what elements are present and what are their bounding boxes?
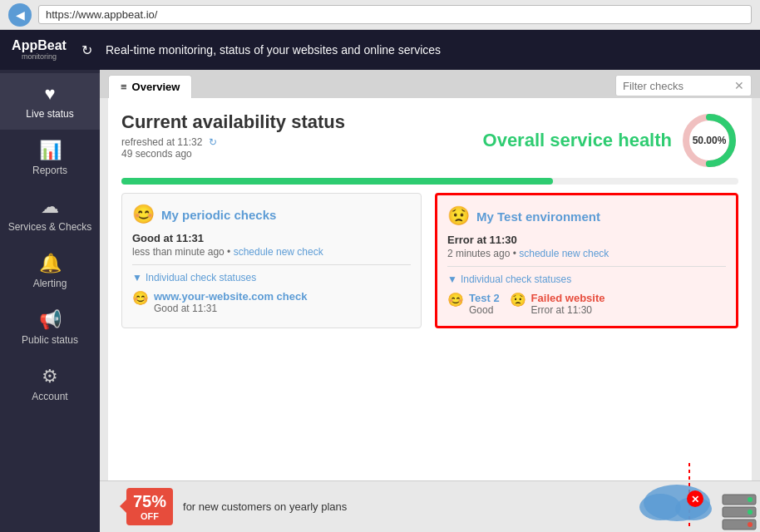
check-status-periodic: Good at 11:31: [132, 232, 411, 244]
cloud-svg: ✕: [635, 474, 718, 532]
check-item-details: Test 2 Good: [469, 292, 500, 316]
schedule-link-test[interactable]: schedule new check: [519, 248, 609, 259]
check-item-name[interactable]: www.your-website.com check: [154, 290, 307, 303]
tab-overview[interactable]: ≡ Overview: [108, 75, 192, 98]
bell-icon: 🔔: [39, 253, 62, 274]
check-item: 😟 Failed website Error at 11:30: [510, 292, 605, 316]
cloud-illustration: ✕: [635, 474, 760, 532]
individual-toggle-periodic[interactable]: ▼ Individual check statuses: [132, 272, 411, 283]
svg-point-4: [639, 494, 681, 520]
individual-label-periodic: Individual check statuses: [146, 272, 256, 283]
back-button[interactable]: ◀: [8, 3, 32, 27]
filter-box[interactable]: ✕: [615, 75, 752, 96]
availability-info: Current availability status refreshed at…: [121, 111, 345, 160]
checks-grid: 😊 My periodic checks Good at 11:31 less …: [121, 193, 738, 328]
cloud-icon: ☁: [41, 196, 59, 218]
refreshed-label: refreshed at 11:32: [121, 136, 202, 148]
promo-tag-container: 75% OFF: [126, 488, 173, 525]
promo-off: OFF: [141, 511, 159, 522]
donut-text: 50.00%: [693, 135, 727, 146]
health-area: Overall service health 50.00%: [483, 111, 738, 170]
main-panel: Current availability status refreshed at…: [108, 98, 752, 480]
time-ago: 49 seconds ago: [121, 148, 192, 160]
smiley-good-icon: 😊: [132, 204, 155, 225]
check-time-periodic: less than minute ago • schedule new chec…: [132, 246, 411, 258]
individual-checks-periodic: 😊 www.your-website.com check Good at 11:…: [132, 290, 411, 314]
check-item-status: Good: [469, 304, 500, 316]
main-content: ≡ Overview ✕ Current availability status: [100, 70, 760, 532]
logo-sub: monitoring: [22, 53, 57, 62]
divider: [132, 264, 411, 265]
individual-checks-test: 😊 Test 2 Good 😟 Failed website: [447, 292, 726, 316]
check-time-ago-periodic: less than minute ago: [132, 246, 225, 258]
check-item-status: Error at 11:30: [531, 304, 605, 316]
heart-icon: ♥: [44, 83, 55, 105]
check-card-title-test: My Test environment: [476, 209, 600, 224]
sidebar-item-label: Alerting: [33, 278, 67, 289]
availability-sub: refreshed at 11:32 ↻ 49 seconds ago: [121, 136, 345, 160]
check-card-header-test: 😟 My Test environment: [447, 205, 726, 227]
promo-banner: 75% OFF for new customers on yearly plan…: [100, 480, 760, 532]
promo-percent: 75%: [133, 491, 166, 511]
check-card-title-periodic: My periodic checks: [161, 208, 276, 222]
logo-area: AppBeat monitoring: [10, 38, 68, 61]
check-item-name[interactable]: Test 2: [469, 292, 500, 304]
smiley-bad-icon: 😟: [447, 205, 470, 227]
availability-title: Current availability status: [121, 111, 345, 133]
sidebar-item-reports[interactable]: 📊 Reports: [0, 130, 100, 186]
top-header: AppBeat monitoring ↻ Real-time monitorin…: [0, 30, 760, 70]
check-item-status: Good at 11:31: [154, 303, 307, 314]
sidebar-item-account[interactable]: ⚙ Account: [0, 356, 100, 412]
progress-bar-fill: [121, 178, 553, 185]
donut-chart: 50.00%: [680, 111, 738, 170]
smiley-bad-icon: 😟: [510, 292, 526, 308]
sidebar-item-label: Services & Checks: [8, 221, 92, 233]
sidebar-item-public-status[interactable]: 📢 Public status: [0, 299, 100, 356]
server-svg: [718, 490, 760, 532]
individual-label-test: Individual check statuses: [461, 273, 571, 285]
divider: [447, 266, 726, 267]
check-item-name[interactable]: Failed website: [531, 292, 605, 304]
tab-bar: ≡ Overview ✕: [100, 70, 760, 98]
sidebar-item-label: Account: [32, 391, 67, 402]
check-time-test: 2 minutes ago • schedule new check: [447, 248, 726, 259]
health-label: Overall service health: [483, 130, 672, 151]
promo-text: for new customers on yearly plans: [183, 500, 347, 513]
megaphone-icon: 📢: [39, 309, 62, 331]
sidebar-item-live-status[interactable]: ♥ Live status: [0, 73, 100, 130]
sidebar-item-label: Live status: [26, 108, 73, 120]
browser-bar: ◀ https://www.appbeat.io/: [0, 0, 760, 30]
sidebar-item-label: Reports: [32, 165, 67, 176]
svg-point-11: [748, 497, 753, 502]
check-time-ago-test: 2 minutes ago: [447, 248, 510, 259]
svg-point-12: [748, 510, 753, 515]
check-status-test: Error at 11:30: [447, 234, 726, 246]
sidebar: ♥ Live status 📊 Reports ☁ Services & Che…: [0, 70, 100, 532]
pie-chart-icon: 📊: [39, 140, 62, 161]
availability-header: Current availability status refreshed at…: [121, 111, 738, 170]
filter-input[interactable]: [623, 80, 731, 92]
smiley-good-icon: 😊: [132, 290, 149, 306]
tab-overview-icon: ≡: [121, 81, 127, 93]
check-item: 😊 www.your-website.com check Good at 11:…: [132, 290, 307, 314]
url-bar[interactable]: https://www.appbeat.io/: [38, 5, 752, 24]
chevron-down-icon: ▼: [132, 272, 142, 283]
app-container: AppBeat monitoring ↻ Real-time monitorin…: [0, 30, 760, 532]
refresh-time-icon[interactable]: ↻: [209, 136, 217, 148]
check-card-test-env: 😟 My Test environment Error at 11:30 2 m…: [435, 193, 738, 328]
schedule-link-periodic[interactable]: schedule new check: [234, 246, 323, 258]
individual-toggle-test[interactable]: ▼ Individual check statuses: [447, 273, 726, 285]
check-card-header-periodic: 😊 My periodic checks: [132, 204, 411, 225]
svg-text:✕: ✕: [691, 494, 699, 505]
check-card-periodic: 😊 My periodic checks Good at 11:31 less …: [121, 193, 422, 328]
check-item-details: Failed website Error at 11:30: [531, 292, 605, 316]
gear-icon: ⚙: [42, 366, 58, 387]
filter-clear-icon[interactable]: ✕: [734, 79, 744, 92]
tab-overview-label: Overview: [132, 81, 180, 93]
sidebar-item-services-checks[interactable]: ☁ Services & Checks: [0, 186, 100, 243]
progress-bar-container: [121, 178, 738, 185]
tab-list: ≡ Overview: [108, 75, 192, 98]
header-refresh-icon[interactable]: ↻: [78, 39, 96, 62]
sidebar-item-alerting[interactable]: 🔔 Alerting: [0, 243, 100, 299]
body-area: ♥ Live status 📊 Reports ☁ Services & Che…: [0, 70, 760, 532]
